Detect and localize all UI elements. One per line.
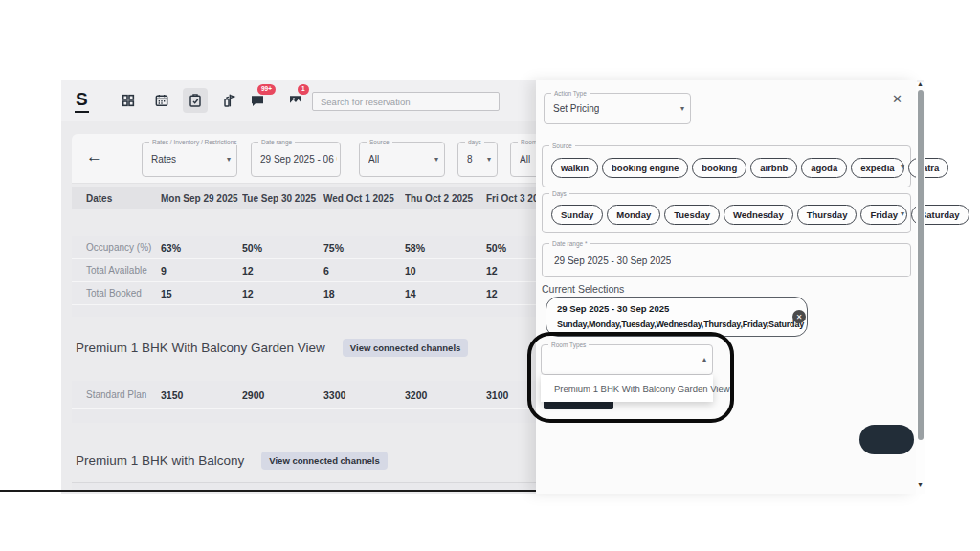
day-chip[interactable]: Monday — [607, 205, 660, 225]
grid-icon[interactable] — [121, 93, 136, 108]
cell-value: 50% — [242, 242, 323, 253]
rate-cell[interactable]: 3150 — [161, 389, 242, 401]
chevron-down-icon: ▾ — [680, 104, 684, 113]
source-chip[interactable]: airbnb — [750, 158, 797, 178]
selection-dates: 29 Sep 2025 - 30 Sep 2025 — [557, 303, 669, 314]
room-types-select[interactable]: Room Types ▴ — [541, 344, 713, 375]
view-connected-channels-button[interactable]: View connected channels — [343, 339, 468, 357]
days-filter-label: days — [465, 139, 484, 145]
row-label: Occupancy (%) — [86, 242, 161, 253]
room-type-section-header: Premium 1 BHK with Balcony View connecte… — [76, 452, 388, 470]
row-label: Total Booked — [86, 288, 161, 298]
days-filter-select[interactable]: days 8 ▾ — [457, 142, 498, 177]
day-chip[interactable]: Tuesday — [664, 205, 720, 225]
days-label: Days — [549, 190, 569, 197]
chat-icon[interactable] — [250, 93, 265, 108]
chevron-down-icon: ▾ — [901, 163, 904, 171]
column-header: Wed Oct 1 2025 — [323, 193, 405, 204]
cell-value: 6 — [323, 265, 405, 276]
photos-badge: 1 — [298, 84, 309, 95]
source-filter-select[interactable]: Source All ▾ — [359, 142, 445, 177]
day-chip[interactable]: Sunday — [551, 205, 603, 225]
back-arrow-icon[interactable]: ← — [86, 147, 102, 166]
view-connected-channels-button[interactable]: View connected channels — [261, 452, 387, 470]
search-input[interactable] — [312, 92, 500, 111]
cell-value: 63% — [161, 242, 242, 253]
room-types-label: Room Types — [548, 342, 589, 348]
cell-value: 14 — [405, 288, 486, 299]
chevron-down-icon: ▾ — [901, 209, 904, 218]
column-header: Mon Sep 29 2025 — [161, 193, 242, 204]
days-filter-value: 8 — [467, 154, 473, 165]
days-multiselect[interactable]: Days Sunday Monday Tuesday Wednesday Thu… — [542, 193, 911, 233]
panel-date-range-value: 29 Sep 2025 - 30 Sep 2025 — [554, 255, 671, 266]
current-selections-label: Current Selections — [542, 283, 624, 295]
source-chip[interactable]: booking — [692, 158, 746, 178]
cell-value: 15 — [161, 288, 242, 299]
room-type-section-header: Premium 1 BHK With Balcony Garden View V… — [76, 339, 468, 357]
cell-value: 9 — [161, 265, 242, 276]
screen: S 99+ 1 ← — [0, 0, 980, 551]
source-multiselect[interactable]: Source walkin booking engine booking air… — [542, 145, 911, 187]
source-chip[interactable]: yatra — [908, 158, 949, 178]
source-chip[interactable]: walkin — [551, 158, 598, 178]
rate-cell[interactable]: 3300 — [323, 389, 405, 401]
source-chip-row: walkin booking engine booking airbnb ago… — [551, 158, 948, 178]
action-type-value: Set Pricing — [553, 103, 599, 114]
chevron-up-icon: ▴ — [702, 355, 706, 364]
day-chip[interactable]: Thursday — [797, 205, 858, 225]
chevron-down-icon: ▾ — [434, 155, 438, 164]
source-filter-label: Source — [367, 139, 392, 145]
rates-inventory-label: Rates / Inventory / Restrictions — [149, 139, 240, 145]
source-filter-value: All — [368, 154, 379, 165]
room-type-title: Premium 1 BHK With Balcony Garden View — [76, 341, 325, 355]
rate-cell[interactable]: 2900 — [242, 389, 323, 401]
submit-button[interactable] — [859, 425, 914, 454]
source-label: Source — [549, 143, 575, 149]
room-type-title: Premium 1 BHK with Balcony — [76, 453, 244, 468]
rates-inventory-value: Rates — [151, 154, 176, 165]
cell-value: 58% — [405, 242, 486, 253]
chevron-down-icon: ▾ — [227, 155, 231, 164]
source-chip[interactable]: booking engine — [602, 158, 688, 178]
rates-inventory-select[interactable]: Rates / Inventory / Restrictions Rates ▾ — [142, 142, 237, 177]
action-type-select[interactable]: Action Type Set Pricing ▾ — [544, 93, 691, 124]
column-header: Thu Oct 2 2025 — [405, 193, 486, 204]
window-bottom-edge — [0, 490, 538, 492]
photos-icon[interactable] — [288, 93, 303, 108]
brand-logo[interactable]: S — [75, 89, 89, 113]
rate-cell[interactable]: 3200 — [405, 389, 486, 401]
day-chip[interactable]: Wednesday — [724, 205, 793, 225]
remove-selection-icon[interactable]: ✕ — [792, 310, 806, 323]
date-range-filter[interactable]: Date range 29 Sep 2025 - 06 Oct 2025 — [251, 142, 341, 177]
cell-value: 10 — [405, 265, 486, 276]
date-range-value: 29 Sep 2025 - 06 Oct 2025 — [260, 154, 337, 165]
close-icon[interactable]: ✕ — [892, 92, 902, 106]
bulk-update-drawer: Action Type Set Pricing ▾ ✕ Source walki… — [536, 80, 917, 494]
room-filter-value: All — [520, 154, 530, 165]
selection-summary-chip: 29 Sep 2025 - 30 Sep 2025 Sunday,Monday,… — [546, 297, 808, 337]
cell-value: 12 — [242, 265, 323, 276]
scrollbar-thumb[interactable] — [918, 90, 924, 440]
calendar-icon[interactable] — [154, 93, 169, 108]
row-label: Total Available — [86, 265, 161, 276]
source-chip[interactable]: agoda — [801, 158, 847, 178]
housekeeping-icon[interactable] — [221, 93, 236, 108]
scroll-up-icon[interactable]: ▲ — [917, 80, 924, 87]
scroll-down-icon[interactable]: ▼ — [917, 481, 924, 488]
panel-date-range-field[interactable]: Date range * 29 Sep 2025 - 30 Sep 2025 — [542, 243, 911, 277]
chevron-down-icon: ▾ — [487, 155, 491, 164]
action-type-label: Action Type — [551, 90, 590, 97]
room-type-option[interactable]: Premium 1 BHK With Balcony Garden View — [554, 384, 730, 394]
source-chip[interactable]: expedia — [851, 158, 903, 178]
cell-value: 12 — [242, 288, 323, 299]
panel-date-range-label: Date range * — [549, 240, 590, 247]
room-types-dropdown: Premium 1 BHK With Balcony Garden View — [541, 375, 713, 402]
panel-scrollbar[interactable]: ▲ ▼ — [916, 82, 925, 494]
date-range-label: Date range — [258, 139, 295, 145]
selection-days: Sunday,Monday,Tuesday,Wednesday,Thursday… — [557, 320, 804, 329]
cell-value: 75% — [323, 242, 405, 253]
column-header: Dates — [86, 193, 161, 204]
clipboard-check-icon[interactable] — [188, 93, 203, 108]
chat-badge: 99+ — [257, 84, 276, 95]
